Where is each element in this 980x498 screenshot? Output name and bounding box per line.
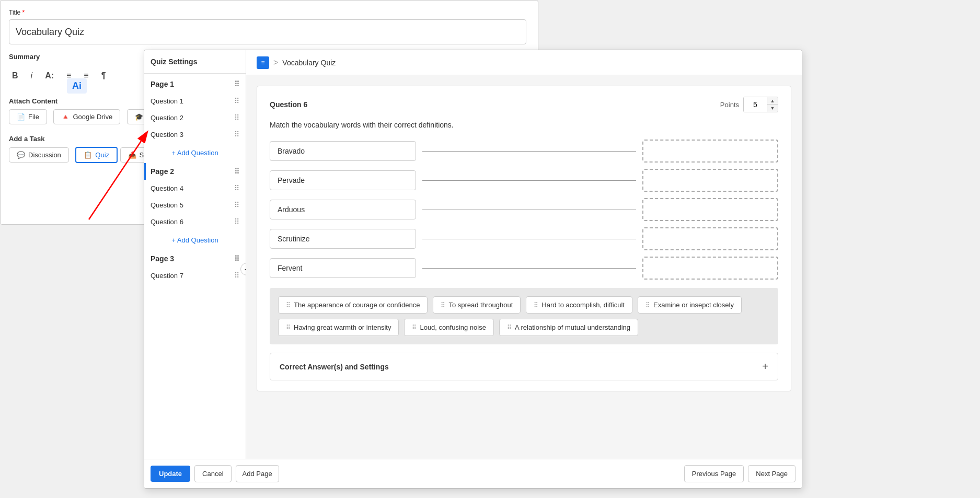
chip-rapport[interactable]: ⠿ A relationship of mutual understanding (499, 319, 638, 336)
chip-pervade[interactable]: ⠿ To spread throughout (433, 296, 521, 314)
drag-icon: ⠿ (234, 113, 239, 122)
chip-drag-icon: ⠿ (507, 324, 512, 331)
drive-icon: 🔺 (61, 113, 70, 121)
chip-drag-icon: ⠿ (441, 302, 445, 309)
word-pervade: Pervade (270, 170, 416, 190)
title-input[interactable] (9, 19, 526, 44)
matching-row-2: Arduous (270, 198, 778, 221)
breadcrumb-separator: > (273, 58, 278, 67)
sidebar-item-page1[interactable]: Page 1 ⠿ (144, 76, 246, 92)
chip-fervent[interactable]: ⠿ Having great warmth or intensity (278, 319, 399, 336)
matching-row-3: Scrutinize (270, 227, 778, 250)
match-line-0 (422, 151, 636, 152)
next-page-button[interactable]: Next Page (748, 465, 795, 482)
correct-answers-plus-button[interactable]: + (762, 361, 768, 373)
add-question-btn-1[interactable]: + Add Question (148, 145, 241, 161)
more-button[interactable]: ¶ (98, 69, 109, 83)
sidebar-item-q6[interactable]: Question 6 ⠿ (144, 213, 246, 230)
main-content-area[interactable]: Question 6 Points ▲ ▼ Match the vocabula… (246, 75, 802, 459)
quiz-sidebar: Quiz Settings Page 1 ⠿ Question 1 ⠿ Ques… (144, 50, 246, 488)
chip-noise[interactable]: ⠿ Loud, confusing noise (404, 319, 493, 336)
chip-scrutinize[interactable]: ⠿ Examine or insepct closely (638, 296, 742, 314)
quiz-icon-breadcrumb: ≡ (257, 56, 269, 69)
chip-drag-icon: ⠿ (645, 302, 650, 309)
sidebar-item-page3[interactable]: Page 3 ⠿ (144, 250, 246, 267)
required-mark: * (22, 9, 25, 16)
sidebar-item-q2[interactable]: Question 2 ⠿ (144, 109, 246, 126)
previous-page-button[interactable]: Previous Page (684, 465, 744, 482)
add-question-btn-2[interactable]: + Add Question (148, 232, 241, 248)
chip-drag-icon: ⠿ (412, 324, 417, 331)
attach-drive-button[interactable]: 🔺 Google Drive (53, 109, 120, 124)
text-size-button[interactable]: A: (42, 69, 57, 83)
match-line-1 (422, 180, 636, 181)
match-line-3 (422, 239, 636, 239)
drag-icon: ⠿ (234, 271, 239, 280)
drag-icon: ⠿ (234, 201, 239, 209)
sidebar-item-page2[interactable]: Page 2 ⠿ (144, 163, 246, 180)
learning-icon: 🎓 (135, 113, 143, 121)
file-icon: 📄 (17, 113, 25, 121)
bold-button[interactable]: B (9, 69, 21, 83)
word-arduous: Arduous (270, 200, 416, 219)
answer-box-0[interactable] (642, 140, 778, 163)
matching-table: Bravado Pervade Arduous Scrutinize (270, 140, 778, 280)
question-number: Question 6 (270, 100, 307, 109)
word-bravado: Bravado (270, 141, 416, 161)
points-input-wrap[interactable]: ▲ ▼ (743, 97, 778, 112)
match-line-4 (422, 268, 636, 269)
sidebar-item-q3[interactable]: Question 3 ⠿ (144, 126, 246, 143)
points-section: Points ▲ ▼ (720, 97, 778, 112)
drag-icon: ⠿ (234, 184, 239, 192)
chip-drag-icon: ⠿ (286, 324, 291, 331)
breadcrumb-title: Vocabulary Quiz (282, 59, 336, 67)
chip-bravado[interactable]: ⠿ The appearance of courage or confidenc… (278, 296, 428, 314)
cancel-button[interactable]: Cancel (194, 465, 231, 482)
points-label: Points (720, 101, 739, 109)
matching-row-1: Pervade (270, 169, 778, 192)
discussion-button[interactable]: 💬 Discussion (9, 147, 69, 163)
add-page-button[interactable]: Add Page (236, 465, 279, 482)
answer-box-2[interactable] (642, 198, 778, 221)
points-up-button[interactable]: ▲ (767, 97, 778, 105)
attach-file-button[interactable]: 📄 File (9, 109, 47, 124)
drag-icon: ⠿ (234, 254, 239, 263)
chip-arduous[interactable]: ⠿ Hard to accomplish, difficult (526, 296, 632, 314)
sidebar-item-q7[interactable]: Question 7 ⠿ (144, 267, 246, 284)
answer-box-1[interactable] (642, 169, 778, 192)
correct-answers-label: Correct Answer(s) and Settings (280, 363, 389, 371)
quiz-button[interactable]: 📋 Quiz (75, 147, 118, 163)
modal-footer: Update Cancel Add Page Previous Page Nex… (144, 459, 802, 488)
question-header: Question 6 Points ▲ ▼ (270, 97, 778, 112)
sidebar-item-q5[interactable]: Question 5 ⠿ (144, 196, 246, 213)
drag-icon: ⠿ (234, 130, 239, 138)
correct-answers-section: Correct Answer(s) and Settings + (270, 353, 778, 380)
question-card: Question 6 Points ▲ ▼ Match the vocabula… (257, 86, 791, 391)
matching-row-0: Bravado (270, 140, 778, 163)
quiz-modal: ≡ > Vocabulary Quiz Quiz Settings Page 1… (144, 50, 802, 489)
question-prompt: Match the vocabulary words with their co… (270, 121, 778, 129)
italic-button[interactable]: i (28, 69, 36, 83)
drag-icon: ⠿ (234, 217, 239, 226)
points-down-button[interactable]: ▼ (767, 105, 778, 112)
points-input[interactable] (744, 97, 767, 112)
discussion-icon: 💬 (17, 151, 25, 159)
sidebar-item-q1[interactable]: Question 1 ⠿ (144, 92, 246, 109)
match-line-2 (422, 210, 636, 210)
breadcrumb-bar: ≡ > Vocabulary Quiz (246, 50, 802, 75)
chip-drag-icon: ⠿ (534, 302, 538, 309)
drag-icon: ⠿ (234, 167, 239, 176)
matching-row-4: Fervent (270, 257, 778, 280)
answer-box-4[interactable] (642, 257, 778, 280)
ai-badge: Ai (67, 78, 87, 94)
sidebar-scroll[interactable]: Page 1 ⠿ Question 1 ⠿ Question 2 ⠿ Quest… (144, 74, 246, 488)
update-button[interactable]: Update (151, 466, 190, 482)
submission-icon: 📤 (128, 151, 136, 159)
drag-icon: ⠿ (234, 80, 239, 88)
word-scrutinize: Scrutinize (270, 229, 416, 249)
sidebar-item-q4[interactable]: Question 4 ⠿ (144, 180, 246, 196)
drag-icon: ⠿ (234, 97, 239, 105)
answer-box-3[interactable] (642, 227, 778, 250)
title-label: Title * (9, 9, 529, 16)
quiz-icon: 📋 (84, 151, 92, 159)
